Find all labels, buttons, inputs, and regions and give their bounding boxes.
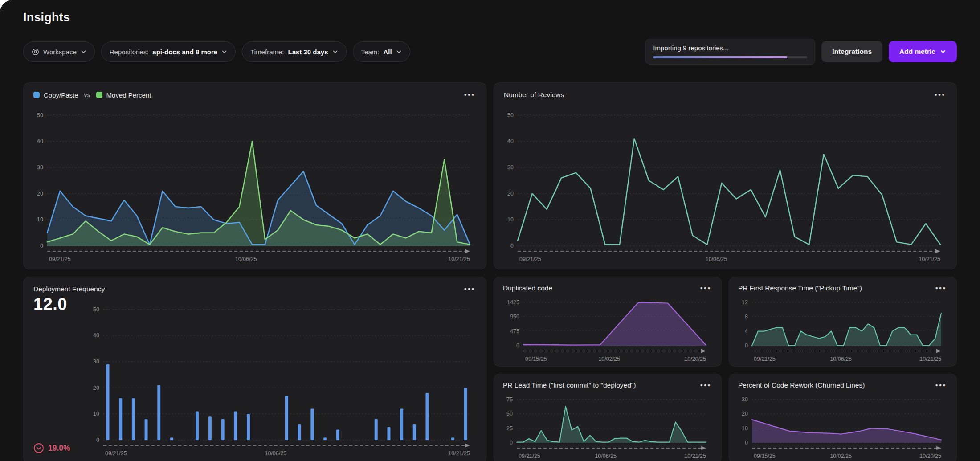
legend-label-moved-percent: Moved Percent xyxy=(106,91,151,99)
svg-text:0: 0 xyxy=(745,440,748,446)
svg-text:10: 10 xyxy=(742,425,748,432)
chevron-down-icon xyxy=(81,49,86,55)
svg-text:10/21/25: 10/21/25 xyxy=(919,256,940,262)
add-metric-button[interactable]: Add metric xyxy=(889,41,957,62)
card-menu-button[interactable]: ••• xyxy=(934,91,947,99)
card-menu-button[interactable]: ••• xyxy=(463,285,476,293)
svg-text:10: 10 xyxy=(93,411,99,417)
svg-text:50: 50 xyxy=(506,411,513,417)
card-menu-button[interactable]: ••• xyxy=(699,381,712,389)
svg-text:10/06/25: 10/06/25 xyxy=(265,450,286,457)
svg-text:10/20/25: 10/20/25 xyxy=(684,356,706,362)
toolbar: Workspace Repositories: api-docs and 8 m… xyxy=(23,39,957,65)
integrations-button-label: Integrations xyxy=(832,48,872,56)
chart-title: PR Lead Time ("first commit" to "deploye… xyxy=(503,381,636,389)
chart-canvas-number-of-reviews: 0102030405009/21/2510/06/2510/21/25 xyxy=(504,102,947,264)
svg-text:30: 30 xyxy=(507,164,514,171)
svg-text:475: 475 xyxy=(510,328,519,335)
legend-swatch-copy-paste xyxy=(33,92,40,98)
chart-canvas-deployment-frequency: 0102030405009/21/2510/06/2510/21/25 xyxy=(90,296,476,458)
svg-text:10/21/25: 10/21/25 xyxy=(448,256,470,262)
insights-dashboard: Insights Workspace Repositories: api-doc… xyxy=(0,0,980,461)
svg-text:50: 50 xyxy=(93,306,99,313)
chart-card-number-of-reviews: Number of Reviews ••• 0102030405009/21/2… xyxy=(494,82,957,269)
svg-text:10/21/25: 10/21/25 xyxy=(448,450,470,457)
svg-text:10: 10 xyxy=(37,216,43,223)
delta-value: 19.0% xyxy=(48,444,70,453)
svg-text:09/15/25: 09/15/25 xyxy=(525,356,547,362)
chart-card-copy-paste-vs-moved: Copy/Paste vs Moved Percent ••• 01020304… xyxy=(23,82,486,269)
svg-text:0: 0 xyxy=(745,343,748,349)
svg-text:0: 0 xyxy=(510,440,513,446)
card-menu-button[interactable]: ••• xyxy=(935,284,947,292)
chart-card-pr-first-response-time: PR First Response Time ("Pickup Time") •… xyxy=(729,277,957,367)
import-progress-fill xyxy=(653,56,787,58)
svg-text:09/21/25: 09/21/25 xyxy=(105,450,127,457)
chart-card-pr-lead-time: PR Lead Time ("first commit" to "deploye… xyxy=(494,374,722,461)
svg-text:10/06/25: 10/06/25 xyxy=(830,356,852,362)
workspace-filter[interactable]: Workspace xyxy=(23,41,95,62)
repositories-filter[interactable]: Repositories: api-docs and 8 more xyxy=(101,41,236,62)
svg-text:10/02/25: 10/02/25 xyxy=(598,356,620,362)
chart-title: Percent of Code Rework (Churned Lines) xyxy=(738,381,865,389)
svg-text:09/21/25: 09/21/25 xyxy=(519,453,540,459)
svg-text:09/21/25: 09/21/25 xyxy=(754,356,776,362)
chevron-down-icon xyxy=(396,49,402,55)
svg-text:0: 0 xyxy=(516,343,519,349)
chart-canvas-percent-code-rework: 010203009/15/2510/02/2510/20/25 xyxy=(738,392,947,460)
svg-text:30: 30 xyxy=(742,396,748,403)
team-filter[interactable]: Team: All xyxy=(353,41,410,62)
card-menu-button[interactable]: ••• xyxy=(463,91,476,99)
chevron-down-icon xyxy=(221,49,227,55)
chart-title: PR First Response Time ("Pickup Time") xyxy=(738,284,862,292)
svg-text:10/06/25: 10/06/25 xyxy=(235,256,257,262)
svg-text:12: 12 xyxy=(742,299,748,306)
svg-text:09/15/25: 09/15/25 xyxy=(754,453,776,459)
chart-card-duplicated-code: Duplicated code ••• 0475950142509/15/251… xyxy=(494,277,722,367)
svg-text:10: 10 xyxy=(507,216,514,223)
svg-text:25: 25 xyxy=(506,425,513,432)
timeframe-filter[interactable]: Timeframe: Last 30 days xyxy=(242,41,346,62)
svg-text:950: 950 xyxy=(510,314,519,320)
svg-text:10/21/25: 10/21/25 xyxy=(919,356,941,362)
chart-title: Duplicated code xyxy=(503,284,552,292)
import-status-card: Importing 9 repositories... xyxy=(645,39,815,65)
card-menu-button[interactable]: ••• xyxy=(935,381,947,389)
workspace-icon xyxy=(32,48,39,56)
deployment-frequency-delta: 19.0% xyxy=(33,443,90,453)
deployment-frequency-value: 12.0 xyxy=(33,295,90,314)
svg-text:30: 30 xyxy=(37,164,43,171)
chart-canvas-pr-lead-time: 025507509/21/2510/06/2510/21/25 xyxy=(503,392,712,460)
filter-bar: Workspace Repositories: api-docs and 8 m… xyxy=(23,41,410,62)
import-status-label: Importing 9 repositories... xyxy=(653,44,807,52)
legend-swatch-moved-percent xyxy=(96,92,102,98)
svg-text:40: 40 xyxy=(507,138,514,144)
add-metric-button-label: Add metric xyxy=(899,48,935,56)
filter-value: api-docs and 8 more xyxy=(152,48,217,56)
toolbar-right: Importing 9 repositories... Integrations… xyxy=(645,39,957,65)
small-charts-grid: Duplicated code ••• 0475950142509/15/251… xyxy=(494,277,957,461)
filter-value: Last 30 days xyxy=(288,48,328,56)
card-menu-button[interactable]: ••• xyxy=(699,284,712,292)
svg-text:20: 20 xyxy=(507,191,514,197)
filter-value: All xyxy=(383,48,392,56)
legend-separator: vs xyxy=(84,91,90,98)
chart-canvas-pr-first-response-time: 0481209/21/2510/06/2510/21/25 xyxy=(738,295,947,363)
svg-text:50: 50 xyxy=(37,112,43,118)
svg-text:20: 20 xyxy=(742,411,748,417)
chart-legend: Copy/Paste vs Moved Percent xyxy=(33,91,151,99)
filter-label: Repositories: xyxy=(110,48,149,56)
svg-text:40: 40 xyxy=(93,332,99,339)
svg-text:8: 8 xyxy=(745,314,748,320)
chart-card-percent-code-rework: Percent of Code Rework (Churned Lines) •… xyxy=(729,374,957,461)
chart-canvas-duplicated-code: 0475950142509/15/2510/02/2510/20/25 xyxy=(503,295,712,363)
import-progress-bar xyxy=(653,56,807,58)
svg-text:0: 0 xyxy=(510,243,514,249)
svg-text:10/06/25: 10/06/25 xyxy=(595,453,617,459)
svg-text:20: 20 xyxy=(37,191,43,197)
svg-text:10/02/25: 10/02/25 xyxy=(830,453,852,459)
chart-title: Deployment Frequency xyxy=(33,285,105,293)
integrations-button[interactable]: Integrations xyxy=(821,41,882,62)
page-title: Insights xyxy=(23,11,957,24)
chevron-down-icon xyxy=(940,49,946,55)
